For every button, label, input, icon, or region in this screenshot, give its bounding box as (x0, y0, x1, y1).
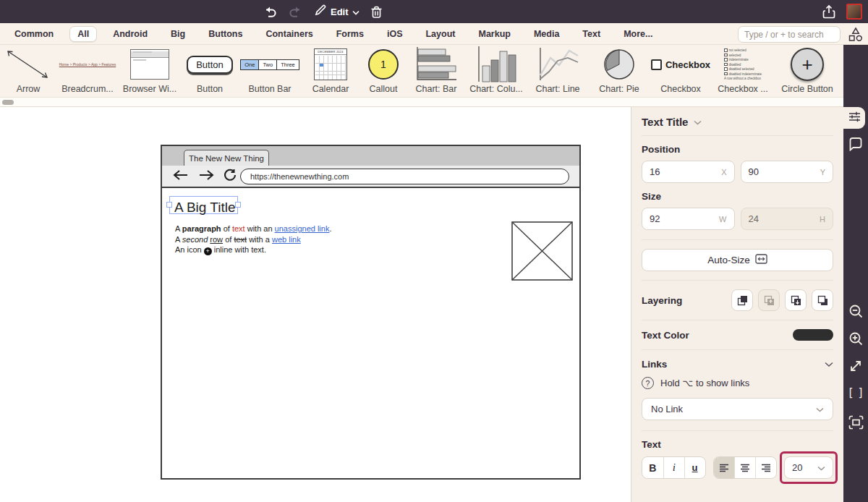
tab-layout[interactable]: Layout (418, 27, 462, 41)
send-backward-button[interactable] (785, 289, 807, 311)
trash-icon[interactable] (370, 5, 383, 19)
auto-size-button[interactable]: Auto-Size (642, 249, 833, 271)
tab-text[interactable]: Text (575, 27, 608, 41)
tab-media[interactable]: Media (527, 27, 566, 41)
align-center-button[interactable] (734, 457, 755, 478)
chevron-down-icon[interactable] (694, 116, 702, 127)
auto-size-icon (755, 254, 767, 266)
component-library: Arrow Home > Products > App > Features B… (0, 45, 843, 97)
edit-mode-button[interactable]: Edit (314, 4, 359, 20)
links-collapse-chevron-icon[interactable] (825, 359, 833, 370)
link-dropdown[interactable]: No Link (642, 398, 833, 420)
library-item-label: Chart: Bar (416, 84, 457, 94)
canvas[interactable]: The New New Thing https://thenewnewthing… (0, 107, 631, 502)
text-color-swatch[interactable] (793, 329, 833, 341)
underline-button[interactable]: u (684, 457, 705, 478)
library-item-breadcrumbs[interactable]: Home > Products > App > Features Breadcr… (56, 45, 119, 97)
library-item-label: Chart: Line (535, 84, 579, 94)
selection-handle-right[interactable] (235, 202, 241, 208)
fit-selection-button[interactable]: [] (843, 386, 868, 399)
tab-ios[interactable]: iOS (380, 27, 410, 41)
library-item-chart-bar[interactable]: Chart: Bar (407, 45, 466, 97)
tab-all[interactable]: All (69, 26, 97, 42)
wireframe-browser-toolbar: https://thenewnewthing.com (162, 166, 579, 188)
bring-to-front-button[interactable] (731, 289, 753, 311)
library-item-browser-window[interactable]: Browser Wi... (119, 45, 181, 97)
help-icon[interactable]: ? (642, 377, 654, 389)
wireframe-paragraph[interactable]: A paragraph of text with an unassigned l… (175, 224, 332, 255)
zoom-in-button[interactable] (843, 331, 868, 349)
browser-window-thumbnail (119, 45, 181, 84)
library-item-callout[interactable]: 1 Callout (360, 45, 407, 97)
align-right-button[interactable] (755, 457, 776, 478)
tab-forms[interactable]: Forms (329, 27, 371, 41)
avatar[interactable] (846, 4, 862, 20)
tab-more[interactable]: More... (616, 27, 660, 41)
paragraph-line-3: An icon + inline with text. (175, 244, 332, 255)
undo-icon[interactable] (262, 5, 278, 19)
chevron-down-icon (352, 5, 359, 18)
position-x-input[interactable]: 16X (642, 161, 735, 183)
wireframe-browser-tab: The New New Thing (184, 150, 269, 166)
tab-markup[interactable]: Markup (471, 27, 517, 41)
align-left-button[interactable] (714, 457, 735, 478)
library-item-button-bar[interactable]: OneTwoThree Button Bar (239, 45, 301, 97)
wireframe-page-title[interactable]: A Big Title (174, 200, 236, 216)
actual-size-button[interactable] (843, 359, 868, 376)
zoom-to-fit-button[interactable] (843, 415, 868, 433)
share-icon[interactable] (822, 4, 836, 20)
library-item-chart-pie[interactable]: Chart: Pie (589, 45, 650, 97)
library-item-label: Button (197, 84, 223, 94)
send-to-back-button[interactable] (812, 289, 833, 311)
tab-android[interactable]: Android (106, 27, 155, 41)
right-toolbar: [] (843, 45, 868, 502)
library-scrollbar-thumb[interactable] (2, 100, 14, 105)
library-item-circle-button[interactable]: + Circle Button (774, 45, 841, 97)
shapes-icon[interactable] (847, 27, 864, 45)
library-item-label: Browser Wi... (123, 84, 176, 94)
redo-icon[interactable] (288, 5, 304, 19)
checkbox-group-thumbnail: not selected selected indeterminate disa… (712, 45, 774, 84)
edit-label: Edit (331, 7, 349, 17)
library-item-checkbox-group[interactable]: not selected selected indeterminate disa… (712, 45, 774, 97)
library-item-button[interactable]: Button Button (181, 45, 239, 97)
chart-line-thumbnail (527, 45, 589, 84)
comments-button[interactable] (843, 136, 868, 154)
library-item-label: Arrow (17, 84, 41, 94)
checkbox-thumbnail: Checkbox (650, 45, 712, 84)
position-y-input[interactable]: 90Y (741, 161, 834, 183)
library-item-chart-line[interactable]: Chart: Line (527, 45, 589, 97)
italic-button[interactable]: i (663, 457, 684, 478)
chart-pie-thumbnail (589, 45, 650, 84)
focus-frame-icon (848, 415, 864, 433)
tab-buttons[interactable]: Buttons (201, 27, 250, 41)
chart-bar-thumbnail (407, 45, 466, 84)
brackets-icon: [] (843, 386, 867, 399)
search-input[interactable] (738, 26, 841, 43)
wireframe-image-placeholder[interactable] (511, 221, 573, 284)
calendar-thumbnail: DECEMBER 2024 (301, 45, 360, 84)
links-hint: Hold ⌥ to show links (660, 378, 749, 388)
breadcrumbs-thumbnail: Home > Products > App > Features (56, 45, 119, 84)
bold-button[interactable]: B (642, 457, 663, 478)
tab-big[interactable]: Big (163, 27, 192, 41)
library-item-checkbox[interactable]: Checkbox Checkbox (650, 45, 712, 97)
library-item-label: Chart: Colu... (469, 84, 523, 94)
library-scrollbar[interactable] (0, 97, 843, 107)
zoom-out-button[interactable] (843, 304, 868, 322)
paragraph-line-1: A paragraph of text with an unassigned l… (175, 224, 332, 234)
comment-icon (848, 136, 864, 154)
text-style-group: B i u (642, 456, 706, 479)
selection-handle-left[interactable] (166, 202, 172, 208)
library-item-calendar[interactable]: DECEMBER 2024 Calendar (301, 45, 360, 97)
tab-common[interactable]: Common (7, 27, 61, 41)
inspector-toggle-button[interactable] (843, 107, 865, 129)
chevron-down-icon (816, 404, 824, 414)
library-item-label: Callout (370, 84, 398, 94)
tab-containers[interactable]: Containers (258, 27, 320, 41)
library-item-chart-column[interactable]: Chart: Colu... (466, 45, 527, 97)
size-width-input[interactable]: 92W (642, 208, 735, 230)
wireframe-browser-window[interactable]: The New New Thing https://thenewnewthing… (161, 145, 581, 480)
font-size-dropdown[interactable]: 20 (784, 456, 833, 479)
library-item-arrow[interactable]: Arrow (0, 45, 56, 97)
